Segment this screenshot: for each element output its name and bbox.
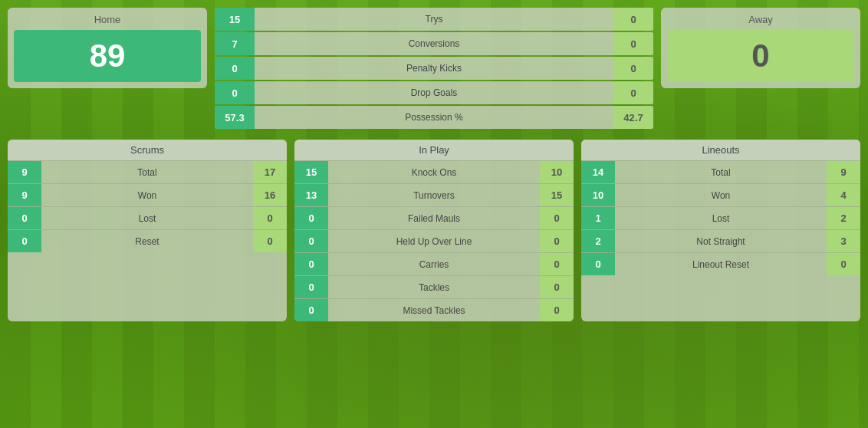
sub-away-val: 0 [827,253,860,275]
sub-stat-row: 2 Not Straight 3 [581,229,860,252]
lineouts-rows: 14 Total 9 10 Won 4 1 Lost 2 2 Not Strai… [581,160,860,275]
home-score: 89 [14,30,201,82]
stat-label: Possession % [255,112,613,123]
sub-stat-row: 1 Lost 2 [581,206,860,229]
sub-label: Carries [328,259,540,270]
sub-label: Lost [41,213,253,224]
inplay-panel: In Play 15 Knock Ons 10 13 Turnovers 15 … [294,140,574,321]
sub-home-val: 0 [8,230,41,252]
center-stats: 15 Trys 0 7 Conversions 0 0 Penalty Kick… [215,8,653,129]
sub-home-val: 0 [294,276,328,298]
sub-home-val: 0 [581,253,615,275]
stat-away-val: 0 [613,57,653,80]
sub-away-val: 9 [827,161,860,183]
sub-home-val: 0 [8,207,41,229]
sub-home-val: 0 [294,299,328,321]
sub-home-val: 0 [294,253,328,275]
sub-label: Tackles [328,282,540,293]
sub-stat-row: 0 Held Up Over Line 0 [294,229,574,252]
stat-label: Drop Goals [255,87,613,98]
sub-stat-row: 10 Won 4 [581,183,860,206]
scrums-panel: Scrums 9 Total 17 9 Won 16 0 Lost 0 0 Re… [8,140,287,321]
inplay-rows: 15 Knock Ons 10 13 Turnovers 15 0 Failed… [294,160,574,321]
stat-row: 15 Trys 0 [215,8,653,31]
stat-home-val: 0 [215,81,255,104]
stat-away-val: 0 [613,81,653,104]
top-section: Home 89 15 Trys 0 7 Conversions 0 0 Pena… [8,8,860,129]
sub-stat-row: 13 Turnovers 15 [294,183,574,206]
stat-home-val: 15 [215,8,255,31]
sub-label: Total [41,167,253,178]
sub-away-val: 0 [540,299,574,321]
sub-label: Held Up Over Line [328,236,540,247]
sub-stat-row: 15 Knock Ons 10 [294,160,574,183]
sub-label: Total [615,167,827,178]
sub-stat-row: 0 Reset 0 [8,229,287,252]
stat-home-val: 7 [215,32,255,55]
sub-label: Reset [41,236,253,247]
sub-away-val: 3 [827,230,860,252]
stat-home-val: 57.3 [215,106,255,129]
stat-away-val: 0 [613,8,653,31]
sub-away-val: 2 [827,207,860,229]
sub-label: Knock Ons [328,167,540,178]
sub-stat-row: 0 Missed Tackles 0 [294,298,574,321]
sub-away-val: 4 [827,184,860,206]
sub-home-val: 15 [294,161,328,183]
sub-home-val: 13 [294,184,328,206]
sub-stat-row: 14 Total 9 [581,160,860,183]
sub-home-val: 0 [294,230,328,252]
sub-away-val: 17 [253,161,287,183]
stat-away-val: 42.7 [613,106,653,129]
sub-label: Not Straight [615,236,827,247]
stat-away-val: 0 [613,32,653,55]
bottom-section: Scrums 9 Total 17 9 Won 16 0 Lost 0 0 Re… [8,140,860,321]
away-label: Away [667,14,854,25]
away-score: 0 [667,30,854,82]
sub-away-val: 0 [540,276,574,298]
sub-home-val: 9 [8,184,41,206]
sub-away-val: 0 [540,207,574,229]
sub-stat-row: 0 Lost 0 [8,206,287,229]
sub-away-val: 16 [253,184,287,206]
sub-label: Lineout Reset [615,259,827,270]
sub-home-val: 1 [581,207,615,229]
lineouts-title: Lineouts [581,140,860,160]
sub-away-val: 0 [253,207,287,229]
sub-home-val: 9 [8,161,41,183]
sub-home-val: 14 [581,161,615,183]
sub-label: Turnovers [328,190,540,201]
sub-away-val: 0 [540,230,574,252]
inplay-title: In Play [294,140,574,160]
sub-stat-row: 9 Won 16 [8,183,287,206]
stat-home-val: 0 [215,57,255,80]
sub-home-val: 2 [581,230,615,252]
sub-stat-row: 0 Failed Mauls 0 [294,206,574,229]
sub-label: Failed Mauls [328,213,540,224]
main-content: Home 89 15 Trys 0 7 Conversions 0 0 Pena… [0,0,868,329]
sub-away-val: 0 [253,230,287,252]
stat-label: Penalty Kicks [255,63,613,74]
sub-away-val: 0 [540,253,574,275]
home-panel: Home 89 [8,8,207,88]
sub-label: Lost [615,213,827,224]
home-label: Home [14,14,201,25]
stat-label: Trys [255,14,613,25]
sub-away-val: 10 [540,161,574,183]
sub-home-val: 0 [294,207,328,229]
sub-stat-row: 0 Tackles 0 [294,275,574,298]
sub-stat-row: 0 Lineout Reset 0 [581,252,860,275]
stat-row: 57.3 Possession % 42.7 [215,106,653,129]
stat-label: Conversions [255,38,613,49]
stat-row: 0 Penalty Kicks 0 [215,57,653,80]
sub-label: Won [41,190,253,201]
away-panel: Away 0 [661,8,860,88]
sub-label: Won [615,190,827,201]
scrums-rows: 9 Total 17 9 Won 16 0 Lost 0 0 Reset 0 [8,160,287,252]
sub-stat-row: 9 Total 17 [8,160,287,183]
scrums-title: Scrums [8,140,287,160]
sub-away-val: 15 [540,184,574,206]
lineouts-panel: Lineouts 14 Total 9 10 Won 4 1 Lost 2 2 … [581,140,860,321]
sub-stat-row: 0 Carries 0 [294,252,574,275]
sub-label: Missed Tackles [328,305,540,316]
